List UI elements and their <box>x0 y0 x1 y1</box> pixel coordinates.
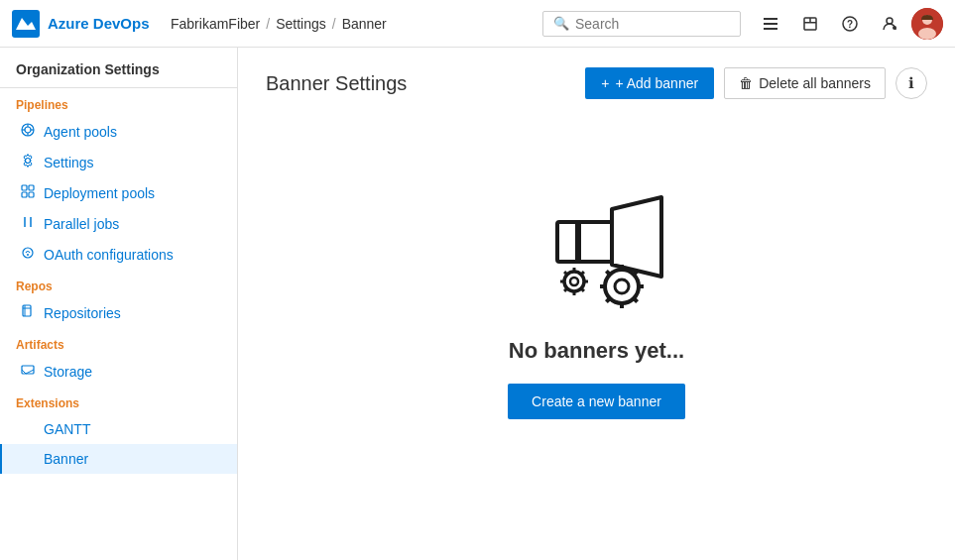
svg-point-49 <box>615 280 629 293</box>
sidebar-item-agent-pools[interactable]: Agent pools <box>0 116 237 147</box>
page-header: Banner Settings + + Add banner 🗑 Delete … <box>266 67 927 99</box>
sidebar: Organization Settings Pipelines Agent po… <box>0 48 238 560</box>
sidebar-section-repos: Repos <box>0 270 237 297</box>
search-input[interactable] <box>575 16 730 32</box>
repositories-icon <box>20 304 36 321</box>
svg-line-47 <box>564 288 567 291</box>
app-logo[interactable]: Azure DevOps <box>12 10 171 38</box>
person-settings-icon <box>881 15 898 33</box>
svg-line-54 <box>606 271 610 275</box>
breadcrumb-sep-1: / <box>266 16 270 32</box>
svg-point-48 <box>605 270 639 303</box>
svg-rect-6 <box>809 18 811 22</box>
settings-label: Settings <box>44 155 94 170</box>
trash-icon: 🗑 <box>739 75 753 91</box>
delete-all-banners-button[interactable]: 🗑 Delete all banners <box>724 67 886 99</box>
svg-point-13 <box>918 28 936 40</box>
empty-state: No banners yet... Create a new banner <box>266 123 927 459</box>
oauth-configurations-label: OAuth configurations <box>44 247 174 263</box>
svg-line-57 <box>606 298 610 302</box>
svg-line-45 <box>581 288 584 291</box>
agent-pools-label: Agent pools <box>44 124 117 140</box>
deployment-pools-label: Deployment pools <box>44 185 155 201</box>
sidebar-item-settings[interactable]: Settings <box>0 147 237 177</box>
sidebar-item-banner[interactable]: Banner <box>0 444 237 474</box>
breadcrumb: FabrikamFiber / Settings / Banner <box>171 16 542 32</box>
info-button[interactable]: ℹ <box>895 67 927 99</box>
svg-rect-3 <box>764 28 777 30</box>
sidebar-header: Organization Settings <box>0 48 237 88</box>
header-actions: + + Add banner 🗑 Delete all banners ℹ <box>585 67 927 99</box>
parallel-jobs-icon <box>20 215 36 232</box>
app-name: Azure DevOps <box>48 15 150 32</box>
svg-point-10 <box>893 26 896 30</box>
sidebar-section-artifacts: Artifacts <box>0 328 237 356</box>
svg-marker-36 <box>612 197 661 277</box>
svg-line-44 <box>564 272 567 275</box>
nav-person-icon-button[interactable] <box>872 6 907 42</box>
help-icon: ? <box>841 15 859 33</box>
svg-rect-29 <box>23 305 31 316</box>
sidebar-section-pipelines: Pipelines <box>0 88 237 116</box>
list-icon <box>762 15 779 33</box>
settings-icon <box>20 154 36 170</box>
breadcrumb-sep-2: / <box>332 16 336 32</box>
gantt-label: GANTT <box>44 421 90 437</box>
breadcrumb-banner[interactable]: Banner <box>342 16 387 32</box>
info-icon: ℹ <box>908 74 914 92</box>
search-box[interactable]: 🔍 <box>542 11 741 37</box>
svg-point-15 <box>25 127 31 133</box>
empty-state-icon <box>523 182 671 314</box>
empty-state-title: No banners yet... <box>509 338 684 364</box>
svg-point-9 <box>887 18 893 24</box>
svg-rect-5 <box>804 22 816 24</box>
svg-text:?: ? <box>847 19 853 30</box>
svg-line-46 <box>581 272 584 275</box>
add-banner-button[interactable]: + + Add banner <box>585 67 714 99</box>
svg-point-27 <box>23 248 33 258</box>
sidebar-item-gantt[interactable]: GANTT <box>0 414 237 444</box>
svg-line-34 <box>26 370 34 374</box>
nav-list-icon-button[interactable] <box>753 6 788 42</box>
svg-point-39 <box>570 278 578 285</box>
svg-point-28 <box>27 254 29 256</box>
breadcrumb-fabrikam[interactable]: FabrikamFiber <box>171 16 260 32</box>
svg-rect-21 <box>22 185 27 190</box>
storage-label: Storage <box>44 364 92 380</box>
svg-rect-2 <box>764 23 777 25</box>
sidebar-item-deployment-pools[interactable]: Deployment pools <box>0 177 237 208</box>
nav-help-icon-button[interactable]: ? <box>832 6 868 42</box>
banner-label: Banner <box>44 451 88 467</box>
sidebar-item-parallel-jobs[interactable]: Parallel jobs <box>0 208 237 239</box>
svg-rect-23 <box>22 192 27 197</box>
avatar[interactable] <box>911 8 943 40</box>
sidebar-item-storage[interactable]: Storage <box>0 356 237 387</box>
storage-icon <box>20 363 36 380</box>
repositories-label: Repositories <box>44 305 121 321</box>
svg-line-55 <box>634 298 638 302</box>
oauth-icon <box>20 246 36 263</box>
agent-pools-icon <box>20 123 36 140</box>
svg-marker-35 <box>577 222 612 262</box>
parallel-jobs-label: Parallel jobs <box>44 216 119 232</box>
deployment-pools-icon <box>20 184 36 201</box>
create-new-banner-button[interactable]: Create a new banner <box>508 384 685 419</box>
page-title: Banner Settings <box>266 72 407 95</box>
layout: Organization Settings Pipelines Agent po… <box>0 48 955 560</box>
svg-rect-22 <box>29 185 34 190</box>
svg-rect-1 <box>764 18 777 20</box>
breadcrumb-settings[interactable]: Settings <box>276 16 326 32</box>
box-icon <box>801 15 819 33</box>
sidebar-item-oauth-configurations[interactable]: OAuth configurations <box>0 239 237 270</box>
delete-all-label: Delete all banners <box>759 75 871 91</box>
sidebar-item-repositories[interactable]: Repositories <box>0 297 237 328</box>
svg-rect-24 <box>29 192 34 197</box>
top-nav: Azure DevOps FabrikamFiber / Settings / … <box>0 0 955 48</box>
nav-icons: ? <box>753 6 943 42</box>
sidebar-section-extensions: Extensions <box>0 387 237 414</box>
nav-box-icon-button[interactable] <box>792 6 828 42</box>
add-icon: + <box>601 75 609 91</box>
create-banner-label: Create a new banner <box>532 393 661 409</box>
add-banner-label: + Add banner <box>615 75 698 91</box>
svg-line-56 <box>634 271 638 275</box>
